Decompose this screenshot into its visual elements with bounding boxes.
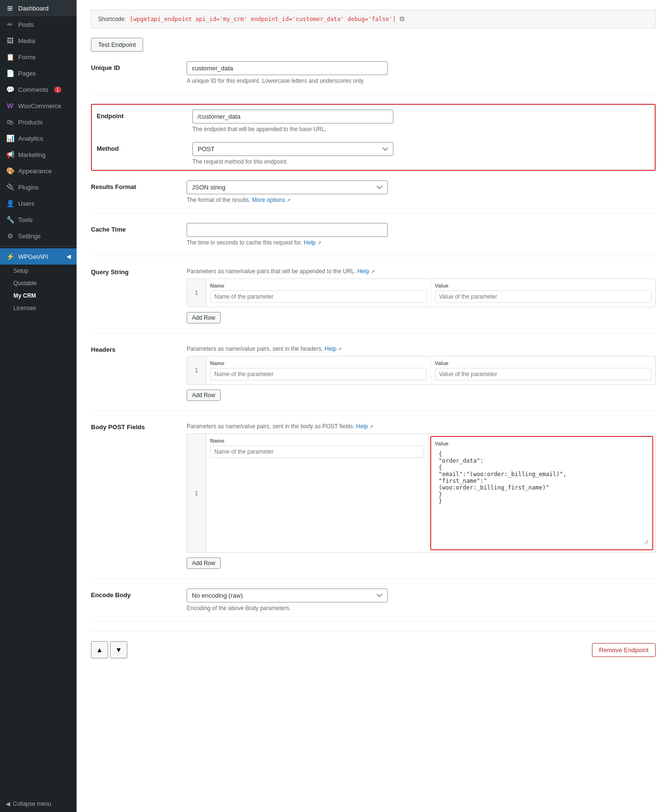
encode-body-select[interactable]: No encoding (raw) JSON encode URL encode (187, 589, 388, 602)
endpoint-input[interactable] (192, 110, 393, 123)
collapse-menu[interactable]: ◀ Collapse menu (0, 796, 77, 812)
query-string-content: Parameters as name/value pairs that will… (187, 266, 656, 323)
content-area: Shortcode: [wpgetapi_endpoint api_id='my… (77, 0, 670, 812)
query-string-description: Parameters as name/value pairs that will… (187, 268, 656, 275)
sidebar-item-wpgetapi[interactable]: ⚡ WPGetAPI ◀ (0, 248, 77, 265)
unique-id-input[interactable] (187, 61, 388, 75)
endpoint-content: The endpoint that will be appended to th… (192, 110, 650, 133)
sidebar-item-label: Posts (18, 21, 34, 28)
main-content: Shortcode: [wpgetapi_endpoint api_id='my… (77, 0, 670, 812)
move-down-button[interactable]: ▼ (110, 641, 127, 658)
move-up-button[interactable]: ▲ (91, 641, 108, 658)
sidebar-item-dashboard[interactable]: ⊞ Dashboard (0, 0, 77, 16)
headers-value-input[interactable] (435, 368, 652, 380)
cache-time-label: Cache Time (91, 223, 187, 233)
endpoint-row: Endpoint The endpoint that will be appen… (97, 110, 650, 137)
headers-name-input[interactable] (210, 368, 427, 380)
sidebar-item-marketing[interactable]: 📢 Marketing (0, 146, 77, 163)
sidebar-item-label: Marketing (18, 151, 45, 158)
headers-value-header: Value (435, 360, 652, 366)
results-format-label: Results Format (91, 180, 187, 190)
sidebar-item-plugins[interactable]: 🔌 Plugins (0, 179, 77, 195)
sidebar-item-settings[interactable]: ⚙ Settings (0, 228, 77, 244)
sidebar-item-analytics[interactable]: 📊 Analytics (0, 130, 77, 146)
headers-help-external-icon: ↗ (338, 346, 342, 352)
method-label: Method (97, 142, 192, 152)
query-string-table: 1 Name Value (187, 278, 656, 307)
body-name-col: Name (206, 434, 428, 552)
sidebar-item-label: Settings (18, 233, 41, 240)
remove-endpoint-button[interactable]: Remove Endpoint (592, 643, 656, 657)
query-string-row-1: 1 Name Value (187, 279, 655, 307)
body-help-link[interactable]: Help (356, 423, 368, 430)
query-name-input[interactable] (210, 290, 427, 303)
headers-row: Headers Parameters as name/value pairs, … (91, 343, 656, 411)
headers-add-row-button[interactable]: Add Row (187, 389, 221, 401)
chevron-left-icon: ◀ (67, 253, 71, 260)
sidebar-item-comments[interactable]: 💬 Comments 1 (0, 81, 77, 98)
sidebar-item-label: Appearance (18, 167, 52, 175)
sidebar-item-appearance[interactable]: 🎨 Appearance (0, 163, 77, 179)
comments-badge: 1 (54, 87, 62, 93)
cache-help-link[interactable]: Help (304, 239, 316, 246)
marketing-icon: 📢 (6, 151, 14, 158)
media-icon: 🖼 (6, 37, 14, 44)
query-add-row-button[interactable]: Add Row (187, 312, 221, 323)
plugins-icon: 🔌 (6, 183, 14, 191)
cache-time-row: Cache Time The time in seconds to cache … (91, 223, 656, 256)
results-format-select[interactable]: JSON string Array Raw (187, 180, 388, 194)
sidebar-item-label: Tools (18, 216, 33, 223)
results-format-select-wrapper: JSON string Array Raw (187, 180, 388, 194)
sidebar-item-users[interactable]: 👤 Users (0, 195, 77, 211)
sidebar-item-forms[interactable]: 📋 Forms (0, 49, 77, 65)
body-add-row-button[interactable]: Add Row (187, 557, 221, 569)
test-endpoint-button[interactable]: Test Endpoint (91, 38, 143, 52)
headers-help-link[interactable]: Help (324, 345, 336, 352)
body-name-input[interactable] (210, 445, 424, 458)
sidebar-item-label: Users (18, 200, 34, 207)
encode-body-description: Encoding of the above Body parameters. (187, 605, 656, 612)
sidebar-item-tools[interactable]: 🔧 Tools (0, 211, 77, 228)
collapse-icon: ◀ (6, 801, 10, 807)
encode-body-row: Encode Body No encoding (raw) JSON encod… (91, 589, 656, 622)
sidebar-item-media[interactable]: 🖼 Media (0, 33, 77, 49)
body-value-textarea[interactable]: { "order_data": { "email":"(woo:order:_b… (435, 448, 649, 544)
query-name-header: Name (210, 283, 427, 289)
sidebar-item-label: Plugins (18, 184, 39, 191)
sidebar-item-woocommerce[interactable]: W WooCommerce (0, 98, 77, 114)
external-link-icon: ↗ (287, 198, 290, 203)
pages-icon: 📄 (6, 69, 14, 77)
shortcode-label: Shortcode: (98, 16, 126, 22)
headers-row-num: 1 (187, 356, 206, 384)
help-external-icon: ↗ (317, 240, 321, 245)
query-name-col: Name (206, 279, 431, 307)
results-format-row: Results Format JSON string Array Raw The… (91, 180, 656, 213)
sidebar-item-label: WPGetAPI (18, 253, 48, 260)
more-options-link[interactable]: More options (252, 197, 285, 203)
unique-id-content: A unique ID for this endpoint. Lowercase… (187, 61, 656, 84)
query-value-input[interactable] (435, 290, 652, 303)
users-icon: 👤 (6, 200, 14, 207)
sidebar-item-posts[interactable]: ✏ Posts (0, 16, 77, 33)
headers-content: Parameters as name/value pairs, sent in … (187, 343, 656, 401)
copy-shortcode-button[interactable]: ⧉ (400, 15, 404, 23)
sidebar-sub-item-mycrm[interactable]: My CRM (0, 289, 77, 302)
body-value-col: Value { "order_data": { "email":"(woo:or… (430, 436, 654, 550)
sidebar-divider (0, 246, 77, 246)
cache-time-input[interactable] (187, 223, 388, 237)
sidebar-item-products[interactable]: 🛍 Products (0, 114, 77, 130)
headers-value-col: Value (431, 356, 656, 384)
method-select[interactable]: GET POST PUT DELETE PATCH (192, 142, 393, 156)
query-help-link[interactable]: Help (357, 268, 369, 275)
results-format-description: The format of the results. More options … (187, 197, 656, 203)
tools-icon: 🔧 (6, 216, 14, 223)
sidebar-item-pages[interactable]: 📄 Pages (0, 65, 77, 81)
sidebar-sub-item-licenses[interactable]: Licenses (0, 302, 77, 314)
method-description: The request method for this endpoint. (192, 158, 650, 165)
shortcode-value: [wpgetapi_endpoint api_id='my_crm' endpo… (130, 16, 396, 22)
arrow-buttons: ▲ ▼ (91, 641, 127, 658)
sidebar-sub-item-quotable[interactable]: Quotable (0, 277, 77, 289)
sidebar-sub-item-setup[interactable]: Setup (0, 265, 77, 277)
headers-name-header: Name (210, 360, 427, 366)
query-string-label: Query String (91, 266, 187, 276)
